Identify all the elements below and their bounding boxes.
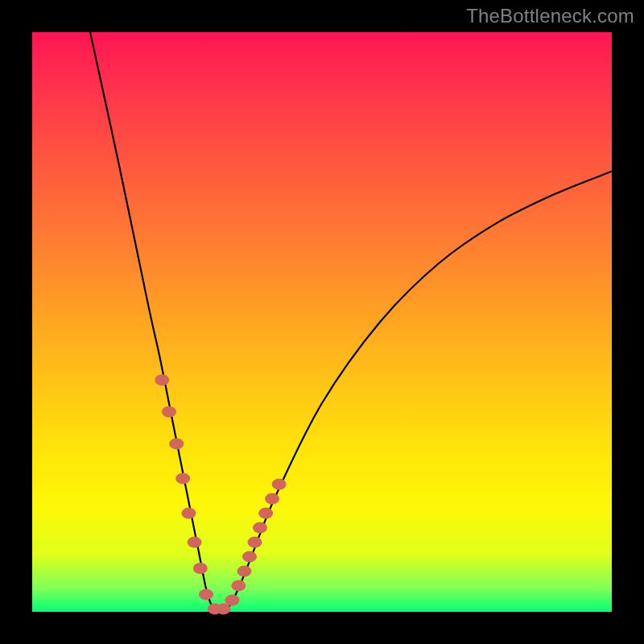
marker-point	[265, 493, 279, 505]
chart-container: TheBottleneck.com	[0, 0, 644, 644]
watermark-label: TheBottleneck.com	[466, 5, 634, 27]
marker-point	[272, 479, 287, 490]
plot-area	[32, 32, 612, 612]
marker-point	[175, 473, 190, 484]
marker-point	[193, 563, 208, 574]
marker-point	[181, 508, 196, 519]
marker-point	[237, 566, 252, 577]
marker-group	[155, 374, 286, 614]
marker-point	[258, 508, 273, 519]
marker-point	[231, 580, 246, 592]
marker-point	[199, 588, 213, 600]
marker-point	[169, 438, 184, 449]
marker-point	[225, 595, 239, 606]
bottleneck-curve	[90, 32, 612, 612]
marker-point	[242, 551, 257, 563]
marker-point	[188, 537, 202, 548]
marker-point	[253, 522, 267, 534]
marker-point	[162, 407, 176, 418]
marker-point	[247, 537, 262, 548]
marker-point	[155, 374, 169, 386]
curve-layer	[32, 32, 612, 612]
